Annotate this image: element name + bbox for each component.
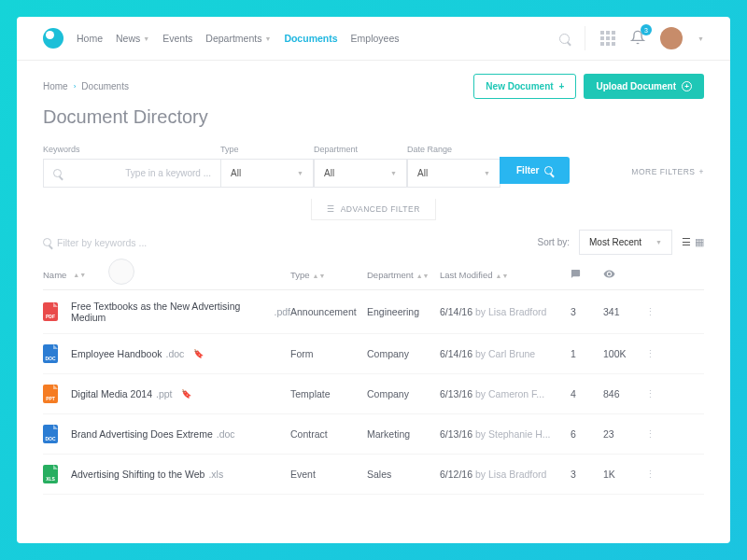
dept-select[interactable]: All▼ — [314, 159, 407, 188]
table-row[interactable]: XLSAdvertising Shifting to the Web.xlsEv… — [43, 455, 704, 495]
grid-view-icon[interactable]: ▦ — [695, 236, 704, 248]
range-value: All — [417, 168, 428, 178]
file-ext: .xls — [208, 469, 223, 480]
keywords-input[interactable]: Type in a keyword ... — [43, 159, 220, 188]
col-views[interactable] — [603, 268, 645, 282]
advanced-filter-label: ADVANCED FILTER — [341, 204, 420, 214]
sort-icon: ▲▼ — [496, 273, 509, 279]
chevron-down-icon: ▼ — [484, 170, 490, 176]
more-filters-label: MORE FILTERS — [631, 167, 695, 176]
cell-dept: Sales — [367, 469, 440, 480]
topbar-right: 3 ▼ — [559, 26, 704, 50]
advanced-filter-row: ☰ADVANCED FILTER — [43, 199, 704, 220]
cell-comments: 3 — [571, 306, 603, 317]
row-actions-icon[interactable]: ⋮ — [645, 469, 659, 480]
nav-home[interactable]: Home — [77, 33, 103, 44]
row-actions-icon[interactable]: ⋮ — [645, 428, 659, 440]
breadcrumb-home[interactable]: Home — [43, 81, 68, 91]
cell-type: Announcement — [290, 306, 367, 317]
apps-grid-icon[interactable] — [600, 31, 615, 46]
table-row[interactable]: DOCEmployee Handbook.doc🔖FormCompany6/14… — [43, 334, 704, 374]
row-actions-icon[interactable]: ⋮ — [645, 306, 659, 317]
cell-name: DOCBrand Advertising Does Extreme.doc — [43, 425, 290, 443]
col-mod-label: Last Modified — [440, 270, 493, 280]
breadcrumb: Home › Documents — [43, 81, 129, 91]
nav-employees[interactable]: Employees — [351, 33, 400, 44]
filter-dept: Department All▼ — [314, 145, 407, 188]
logo[interactable] — [43, 28, 63, 49]
filter-label: Keywords — [43, 145, 220, 154]
file-name: Digital Media 2014 — [71, 388, 152, 399]
list-view-icon[interactable]: ☰ — [682, 236, 691, 248]
range-select[interactable]: All▼ — [407, 159, 500, 188]
chevron-down-icon: ▼ — [655, 239, 662, 245]
table-header: Name▲▼ Type▲▼ Department▲▼ Last Modified… — [43, 268, 704, 290]
cell-name: XLSAdvertising Shifting to the Web.xls — [43, 465, 290, 483]
sort-value: Most Recent — [589, 237, 641, 247]
chevron-down-icon: ▼ — [143, 35, 149, 42]
cell-comments: 1 — [571, 348, 603, 359]
filter-placeholder: Filter by keywords ... — [57, 237, 147, 248]
new-document-label: New Document — [486, 81, 553, 91]
file-xls-icon: XLS — [43, 465, 58, 483]
nav-news[interactable]: News▼ — [116, 33, 149, 44]
nav-events[interactable]: Events — [162, 33, 192, 44]
cell-dept: Company — [367, 348, 440, 359]
nav-departments[interactable]: Departments▼ — [205, 33, 271, 44]
filter-keywords-input[interactable]: Filter by keywords ... — [43, 237, 529, 248]
cell-name: DOCEmployee Handbook.doc🔖 — [43, 344, 290, 363]
nav-departments-label: Departments — [205, 33, 261, 44]
row-actions-icon[interactable]: ⋮ — [645, 348, 659, 359]
advanced-filter-button[interactable]: ☰ADVANCED FILTER — [311, 199, 436, 220]
file-name: Free Textbooks as the New Advertising Me… — [71, 301, 270, 323]
cell-modified: 6/14/16 by Carl Brune — [440, 348, 571, 359]
cell-modified: 6/12/16 by Lisa Bradford — [440, 469, 571, 480]
cell-type: Form — [290, 348, 367, 359]
new-document-button[interactable]: New Document+ — [473, 74, 576, 99]
col-name-label: Name — [43, 270, 66, 280]
col-comments[interactable] — [571, 269, 603, 281]
file-ppt-icon: PPT — [43, 385, 58, 403]
chevron-down-icon[interactable]: ▼ — [698, 35, 704, 42]
cell-modified: 6/14/16 by Lisa Bradford — [440, 306, 571, 317]
col-name[interactable]: Name▲▼ — [43, 270, 290, 280]
type-select[interactable]: All▼ — [220, 159, 314, 188]
avatar[interactable] — [660, 27, 683, 49]
plus-icon: + — [699, 167, 704, 176]
cell-dept: Engineering — [367, 306, 440, 317]
table-body: PDFFree Textbooks as the New Advertising… — [43, 290, 704, 495]
cell-views: 846 — [603, 388, 645, 399]
breadcrumb-current: Documents — [81, 81, 129, 91]
table-row[interactable]: PPTDigital Media 2014.ppt🔖TemplateCompan… — [43, 374, 704, 414]
table-row[interactable]: DOCBrand Advertising Does Extreme.docCon… — [43, 414, 704, 455]
table-row[interactable]: PDFFree Textbooks as the New Advertising… — [43, 290, 704, 334]
cell-type: Contract — [290, 428, 367, 440]
cell-views: 100K — [603, 348, 645, 359]
notification-badge: 3 — [641, 24, 652, 35]
sort-label: Sort by: — [538, 237, 570, 247]
bookmark-icon: 🔖 — [181, 389, 191, 399]
more-filters-link[interactable]: MORE FILTERS+ — [631, 167, 704, 188]
sort-icon: ▲▼ — [73, 272, 86, 278]
comment-icon — [571, 269, 581, 279]
search-icon[interactable] — [559, 34, 570, 44]
dept-value: All — [324, 168, 334, 178]
app-frame: Home News▼ Events Departments▼ Documents… — [17, 17, 730, 543]
sort-select[interactable]: Most Recent▼ — [579, 230, 672, 255]
notifications-icon[interactable]: 3 — [630, 30, 645, 47]
col-modified[interactable]: Last Modified▲▼ — [440, 270, 571, 280]
file-name: Brand Advertising Does Extreme — [71, 428, 213, 440]
hamburger-icon: ☰ — [327, 204, 335, 214]
col-dept[interactable]: Department▲▼ — [367, 270, 440, 280]
filter-button[interactable]: Filter — [500, 157, 570, 184]
nav-documents[interactable]: Documents — [284, 33, 337, 44]
header-row: Home › Documents New Document+ Upload Do… — [43, 74, 704, 99]
col-type[interactable]: Type▲▼ — [290, 270, 367, 280]
list-controls: Filter by keywords ... Sort by: Most Rec… — [43, 230, 704, 255]
row-actions-icon[interactable]: ⋮ — [645, 388, 659, 399]
plus-icon: + — [559, 81, 565, 91]
bookmark-icon: 🔖 — [193, 349, 204, 358]
filter-button-label: Filter — [516, 165, 539, 175]
file-name: Employee Handbook — [71, 348, 162, 359]
upload-document-button[interactable]: Upload Document+ — [584, 74, 704, 99]
